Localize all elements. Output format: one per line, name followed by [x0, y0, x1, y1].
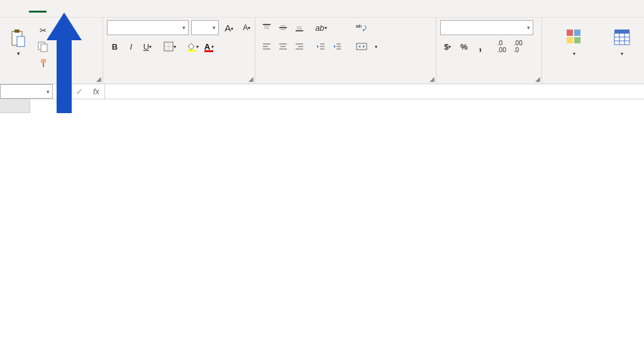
spreadsheet-grid: ▦: [0, 99, 644, 113]
font-launcher[interactable]: ◢: [248, 75, 253, 82]
formula-bar: ▾ ✕ ✓ fx: [0, 84, 644, 99]
chevron-down-icon: ▾: [47, 89, 50, 95]
svg-rect-1: [14, 30, 19, 33]
chevron-down-icon: ▾: [213, 25, 216, 31]
cancel-formula-button[interactable]: ✕: [53, 87, 70, 96]
svg-rect-38: [567, 30, 573, 36]
svg-rect-4: [41, 44, 47, 52]
select-all-button[interactable]: [0, 99, 30, 113]
menu-data[interactable]: [99, 5, 117, 13]
menu-home[interactable]: [29, 5, 47, 13]
svg-rect-42: [614, 30, 630, 33]
font-size-select[interactable]: ▾: [191, 20, 219, 35]
orientation-button[interactable]: ab▾: [313, 20, 328, 35]
font-color-button[interactable]: A▾: [201, 39, 216, 54]
align-right-icon: [294, 41, 304, 52]
conditional-formatting-button[interactable]: ▾: [552, 20, 596, 65]
bucket-icon: [186, 41, 196, 52]
merge-center-button[interactable]: ▾: [352, 39, 381, 54]
align-bottom-icon: [294, 23, 304, 33]
menu-bar: [0, 0, 644, 18]
group-number: ▾ $▾ % , .0.00 .00.0 ◢: [436, 18, 542, 84]
svg-rect-10: [187, 50, 196, 52]
borders-button[interactable]: ▾: [162, 39, 177, 54]
group-alignment: ab▾ ab ▾: [255, 18, 436, 84]
borders-icon: [164, 41, 174, 52]
copy-button[interactable]: [35, 39, 50, 54]
svg-rect-11: [204, 50, 213, 52]
svg-rect-2: [17, 36, 25, 47]
svg-rect-5: [41, 59, 46, 63]
formula-input[interactable]: [105, 84, 644, 99]
font-name-select[interactable]: ▾: [107, 20, 189, 35]
fill-color-button[interactable]: ▾: [185, 39, 200, 54]
menu-developer[interactable]: [152, 5, 170, 13]
cond-format-icon: [565, 28, 583, 46]
menu-help[interactable]: [170, 5, 187, 13]
menu-review[interactable]: [117, 5, 135, 13]
ribbon: ▾ ✂ ◢ ▾ ▾ A▴ A▾ B I: [0, 18, 644, 84]
align-right-button[interactable]: [292, 39, 307, 54]
decrease-decimal-button[interactable]: .00.0: [511, 39, 526, 54]
comma-button[interactable]: ,: [473, 39, 488, 54]
wrap-icon: ab: [356, 23, 367, 33]
menu-view[interactable]: [135, 5, 152, 13]
align-top-icon: [262, 23, 272, 33]
menu-page-layout[interactable]: [64, 5, 82, 13]
align-left-button[interactable]: [259, 39, 274, 54]
format-as-table-button[interactable]: ▾: [604, 20, 640, 65]
currency-button[interactable]: $▾: [440, 39, 455, 54]
increase-font-button[interactable]: A▴: [221, 20, 236, 35]
group-styles: ▾ ▾: [542, 18, 644, 84]
scissors-icon: ✂: [40, 26, 47, 35]
indent-icon: [332, 41, 342, 52]
svg-rect-6: [43, 63, 44, 67]
align-top-button[interactable]: [259, 20, 274, 35]
group-font: ▾ ▾ A▴ A▾ B I U▾ ▾ ▾ A▾ ◢: [103, 18, 255, 84]
increase-indent-button[interactable]: [330, 39, 345, 54]
chevron-down-icon: ▾: [17, 50, 20, 57]
align-middle-button[interactable]: [275, 20, 291, 35]
svg-rect-43: [614, 33, 630, 45]
number-launcher[interactable]: ◢: [535, 75, 540, 82]
outdent-icon: [316, 41, 326, 52]
group-clipboard: ▾ ✂ ◢: [0, 18, 103, 84]
decrease-indent-button[interactable]: [313, 39, 328, 54]
number-group-label: [440, 81, 538, 82]
paste-button[interactable]: ▾: [4, 20, 33, 65]
bold-button[interactable]: B: [107, 39, 122, 54]
decrease-font-button[interactable]: A▾: [239, 20, 254, 35]
fx-icon[interactable]: fx: [88, 87, 104, 96]
chevron-down-icon: ▾: [527, 25, 530, 31]
menu-insert[interactable]: [47, 5, 64, 13]
align-center-button[interactable]: [275, 39, 291, 54]
italic-button[interactable]: I: [123, 39, 138, 54]
accept-formula-button[interactable]: ✓: [70, 87, 88, 96]
chevron-down-icon: ▾: [182, 25, 186, 31]
increase-decimal-button[interactable]: .0.00: [494, 39, 509, 54]
alignment-group-label: [259, 81, 431, 82]
menu-file[interactable]: [11, 5, 29, 13]
copy-icon: [37, 41, 48, 52]
menu-power-pivot[interactable]: [187, 5, 205, 13]
clipboard-launcher[interactable]: ◢: [96, 75, 101, 82]
clipboard-group-label: [4, 81, 99, 82]
alignment-launcher[interactable]: ◢: [430, 75, 435, 82]
underline-button[interactable]: U▾: [140, 39, 155, 54]
number-format-select[interactable]: ▾: [440, 20, 533, 35]
format-painter-button[interactable]: [35, 55, 55, 70]
menu-formulas[interactable]: [82, 5, 99, 13]
svg-rect-41: [574, 37, 580, 43]
svg-rect-40: [567, 37, 573, 43]
font-group-label: [107, 81, 251, 82]
cut-button[interactable]: ✂: [35, 23, 50, 38]
align-bottom-button[interactable]: [292, 20, 307, 35]
align-left-icon: [262, 41, 272, 52]
orientation-icon: ab: [315, 23, 324, 33]
name-box[interactable]: ▾: [0, 84, 53, 99]
wrap-text-button[interactable]: ab: [352, 20, 381, 35]
svg-rect-37: [357, 43, 367, 50]
svg-rect-39: [574, 30, 580, 36]
percent-button[interactable]: %: [457, 39, 472, 54]
chevron-down-icon: ▾: [375, 44, 377, 50]
